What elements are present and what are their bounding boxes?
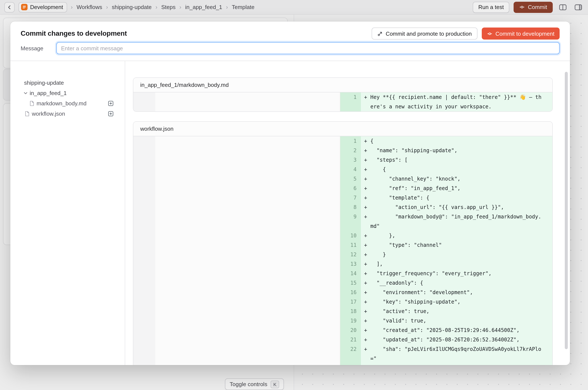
old-line-gutter [133,231,155,240]
diff-plus-sign: + [361,146,370,155]
app-root: Development ›Workflows›shipping-update›S… [0,0,588,390]
diff-row: 1+{ [133,136,552,146]
changed-files-tree: shipping-update in_app_feed_1 markdown_b… [10,61,125,365]
new-line-code: + "channel_key": "knock", [361,174,552,184]
diff-plus-sign: + [361,316,370,326]
modal-actions: Commit and promote to production Commit … [372,28,560,40]
old-line-gutter [133,335,155,344]
new-line-code: + "valid": true, [361,316,552,326]
file-icon [29,100,34,106]
new-line-code: +{ [361,136,552,146]
old-line-content [155,165,340,174]
old-line-content [155,344,340,363]
diff-plus-sign: + [361,174,370,184]
diff-plus-sign: + [361,326,370,335]
old-line-gutter [133,316,155,326]
old-line-gutter [133,212,155,231]
new-line-code: + "created_at": "2025-08-25T19:29:46.644… [361,326,552,335]
tree-folder-in-app-feed[interactable]: in_app_feed_1 [23,88,113,98]
new-line-number: 7 [340,193,361,202]
diff-row: 1+Hey **{{ recipient.name | default: "th… [133,93,552,111]
code-text: "environment": "development", [370,288,542,297]
diff-plus-sign: + [361,344,370,363]
commit-and-promote-button[interactable]: Commit and promote to production [372,28,477,40]
promote-icon [377,31,383,36]
code-text: ], [370,259,542,269]
diff-row: 14+ "trigger_frequency": "every_trigger"… [133,269,552,278]
new-line-code: + "key": "shipping-update", [361,297,552,307]
git-commit-icon [487,31,492,36]
new-line-number: 8 [340,202,361,212]
old-line-gutter [133,155,155,165]
old-line-content [155,297,340,307]
diff-row: 3+ "steps": [ [133,155,552,165]
tree-file-markdown-body[interactable]: markdown_body.md [24,98,113,108]
new-line-code: + "name": "shipping-update", [361,146,552,155]
new-line-number: 11 [340,240,361,250]
old-line-gutter [133,288,155,297]
new-line-code: + "environment": "development", [361,288,552,297]
new-line-code: + } [361,363,552,365]
diff-row: 9+ "markdown_body@": "in_app_feed_1/mark… [133,212,552,231]
commit-to-development-button[interactable]: Commit to development [481,28,560,40]
diff-row: 15+ "__readonly": { [133,278,552,288]
old-line-content [155,363,340,365]
diff-plus-sign: + [361,363,370,365]
diff-plus-sign: + [361,136,370,146]
diff-row: 16+ "environment": "development", [133,288,552,297]
old-line-gutter [133,174,155,184]
new-line-number: 9 [340,212,361,231]
new-line-number: 2 [340,146,361,155]
old-line-gutter [133,250,155,259]
commit-to-development-label: Commit to development [495,30,554,37]
new-line-code: + "template": { [361,193,552,202]
new-line-number: 3 [340,155,361,165]
new-line-number: 13 [340,259,361,269]
old-line-content [155,259,340,269]
diff-row: 17+ "key": "shipping-update", [133,297,552,307]
code-text: "channel_key": "knock", [370,174,542,184]
tree-root-workflow[interactable]: shipping-update [24,77,113,88]
tree-file-label: markdown_body.md [37,100,86,106]
old-line-content [155,136,340,146]
new-line-number: 17 [340,297,361,307]
old-line-gutter [133,184,155,193]
new-line-code: + { [361,165,552,174]
commit-message-input[interactable] [56,42,560,54]
diff-row: 18+ "active": true, [133,307,552,316]
diff-row: 12+ } [133,250,552,259]
new-line-code: + "type": "channel" [361,240,552,250]
code-text: "valid": true, [370,316,542,326]
diff-row: 11+ "type": "channel" [133,240,552,250]
code-text: "active": true, [370,307,542,316]
old-line-content [155,288,340,297]
new-line-number: 10 [340,231,361,240]
old-line-content [155,174,340,184]
old-line-gutter [133,259,155,269]
old-line-gutter [133,165,155,174]
modal-scrollbar-thumb[interactable] [565,72,568,349]
diff-row: 2+ "name": "shipping-update", [133,146,552,155]
diff-plus-sign: + [361,184,370,193]
diff-plus-sign: + [361,269,370,278]
diff-plus-sign: + [361,259,370,269]
diff-row: 5+ "channel_key": "knock", [133,174,552,184]
tree-file-workflow-json[interactable]: workflow.json [24,108,113,119]
diff-row: 20+ "created_at": "2025-08-25T19:29:46.6… [133,326,552,335]
diff-plus-sign: + [361,297,370,307]
new-line-number: 14 [340,269,361,278]
old-line-content [155,212,340,231]
new-line-code: +Hey **{{ recipient.name | default: "the… [361,93,552,111]
diff-plus-sign: + [361,288,370,297]
code-text: "steps": [ [370,155,542,165]
diff-row: 6+ "ref": "in_app_feed_1", [133,184,552,193]
new-line-code: + "updated_at": "2025-08-26T20:26:52.364… [361,335,552,344]
new-line-code: + "steps": [ [361,155,552,165]
commit-modal: Commit changes to development Commit and… [10,21,570,365]
old-line-content [155,202,340,212]
code-text: }, [370,231,542,240]
new-line-code: + "markdown_body@": "in_app_feed_1/markd… [361,212,552,231]
old-line-gutter [133,269,155,278]
tree-file-label: workflow.json [32,110,65,117]
new-line-code: + ], [361,259,552,269]
